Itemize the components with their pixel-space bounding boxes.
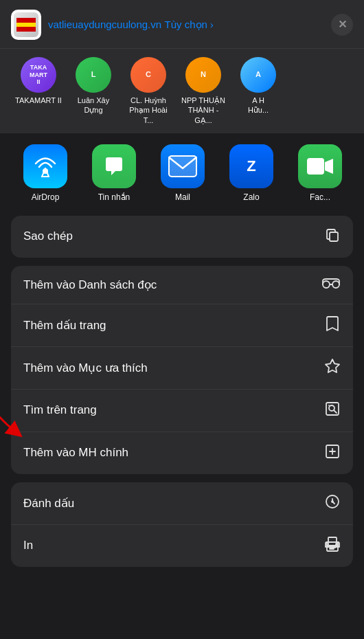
svg-rect-3 xyxy=(16,27,36,32)
contact-name-luan: Luân XâyDựng xyxy=(78,96,109,115)
close-icon: ✕ xyxy=(338,19,347,30)
svg-rect-10 xyxy=(307,158,324,175)
svg-point-29 xyxy=(336,543,337,545)
print-icon xyxy=(324,536,341,556)
share-sheet-header: vatlieuaydungcuulong.vn Tùy chọn › ✕ xyxy=(0,0,364,49)
action-them-dau-trang[interactable]: Thêm dấu trang xyxy=(11,304,353,347)
star-icon xyxy=(324,358,341,378)
app-airdrop[interactable]: AirDrop xyxy=(11,144,80,202)
contact-initials-huynh: C xyxy=(146,70,151,79)
contact-initials-extra: A xyxy=(255,70,261,79)
app-label-airdrop: AirDrop xyxy=(32,192,60,202)
app-label-mail: Mail xyxy=(175,192,190,202)
svg-rect-8 xyxy=(169,156,196,177)
contact-avatar-takamart: TAKAMARTII xyxy=(21,57,56,93)
action-danh-dau[interactable]: Đánh dấu xyxy=(11,482,353,525)
svg-rect-12 xyxy=(330,232,338,241)
contact-initials-takamart: TAKAMARTII xyxy=(30,64,47,86)
svg-point-13 xyxy=(323,281,330,288)
url-text: vatlieuaydungcuulong.vn xyxy=(48,19,161,30)
app-label-messages: Tin nhắn xyxy=(98,192,130,202)
action-group-2: Thêm vào Danh sách đọc Thêm dấu trang Th… xyxy=(11,266,353,474)
tuy-chon-label[interactable]: Tùy chọn › xyxy=(165,19,214,30)
app-icon-mail xyxy=(161,144,205,188)
app-facetime[interactable]: Fac... xyxy=(286,144,354,202)
app-icon-messages xyxy=(92,144,136,188)
contact-avatar-huynh: C xyxy=(130,57,166,93)
them-dau-trang-label: Thêm dấu trang xyxy=(23,318,106,333)
action-in[interactable]: In xyxy=(11,525,353,567)
contact-name-extra: A HHữu... xyxy=(248,96,269,115)
sao-chep-label: Sao chép xyxy=(23,229,73,243)
markup-icon xyxy=(324,493,341,513)
app-icon-airdrop xyxy=(23,144,67,188)
them-danh-sach-doc-label: Thêm vào Danh sách đọc xyxy=(23,278,157,292)
action-sao-chep[interactable]: Sao chép xyxy=(11,216,353,258)
contact-extra[interactable]: A A HHữu... xyxy=(231,57,286,125)
action-group-3: Đánh dấu In xyxy=(11,482,353,567)
action-groups: Sao chép Thêm vào Danh sách đọc xyxy=(0,208,364,575)
zalo-icon-text: Z xyxy=(247,157,255,175)
favicon-image xyxy=(14,12,38,37)
svg-marker-15 xyxy=(326,359,339,372)
action-tim-tren-trang[interactable]: Tìm trên trang xyxy=(11,390,353,432)
svg-point-23 xyxy=(332,501,333,502)
app-label-zalo: Zalo xyxy=(243,192,259,202)
app-mail[interactable]: Mail xyxy=(148,144,217,202)
add-square-icon xyxy=(324,443,341,463)
svg-rect-1 xyxy=(16,23,36,27)
copy-icon xyxy=(324,227,341,247)
contact-name-npp: NPP THUẬNTHÀNH - GẠ... xyxy=(179,96,228,125)
glasses-icon xyxy=(321,277,341,293)
action-them-vao-muc-ua-thich[interactable]: Thêm vào Mục ưa thích xyxy=(11,347,353,390)
contact-initials-luan: L xyxy=(91,70,96,79)
close-button[interactable]: ✕ xyxy=(331,14,353,36)
book-icon xyxy=(324,315,341,335)
app-label-facetime: Fac... xyxy=(310,192,330,202)
contacts-row: TAKAMARTII TAKAMART II L Luân XâyDựng C … xyxy=(0,49,364,133)
svg-rect-24 xyxy=(328,537,337,542)
app-icon-zalo: Z xyxy=(229,144,273,188)
contact-avatar-npp: N xyxy=(185,57,221,93)
app-icon-facetime xyxy=(298,144,342,188)
contact-huynh[interactable]: C CL. HuỳnhPhạm Hoài T... xyxy=(121,57,176,125)
action-group-1: Sao chép xyxy=(11,216,353,258)
contact-initials-npp: N xyxy=(201,70,206,79)
contact-avatar-extra: A xyxy=(240,57,276,93)
contact-npp[interactable]: N NPP THUẬNTHÀNH - GẠ... xyxy=(176,57,231,125)
url-section: vatlieuaydungcuulong.vn Tùy chọn › xyxy=(11,10,331,40)
url-container: vatlieuaydungcuulong.vn Tùy chọn › xyxy=(48,19,214,31)
action-them-vao-mh-chinh[interactable]: Thêm vào MH chính xyxy=(11,432,353,474)
app-messages[interactable]: Tin nhắn xyxy=(80,144,148,202)
app-zalo[interactable]: Z Zalo xyxy=(217,144,286,202)
contact-name-huynh: CL. HuỳnhPhạm Hoài T... xyxy=(124,96,173,125)
contact-name-takamart: TAKAMART II xyxy=(15,96,62,105)
svg-marker-11 xyxy=(325,159,333,174)
contact-takamart[interactable]: TAKAMARTII TAKAMART II xyxy=(11,57,66,125)
them-mh-chinh-label: Thêm vào MH chính xyxy=(23,446,128,460)
contact-avatar-luan: L xyxy=(76,57,111,93)
find-icon xyxy=(324,401,341,421)
apps-section: AirDrop Tin nhắn Mail xyxy=(0,133,364,208)
them-muc-ua-thich-label: Thêm vào Mục ưa thích xyxy=(23,361,148,375)
action-them-vao-danh-sach-doc[interactable]: Thêm vào Danh sách đọc xyxy=(11,266,353,304)
svg-rect-2 xyxy=(16,18,36,23)
apps-row: AirDrop Tin nhắn Mail xyxy=(5,144,359,202)
svg-point-14 xyxy=(332,281,339,288)
danh-dau-label: Đánh dấu xyxy=(23,496,74,511)
favicon xyxy=(11,10,41,40)
tim-tren-trang-label: Tìm trên trang xyxy=(23,403,97,417)
in-label: In xyxy=(23,539,33,552)
contact-luan[interactable]: L Luân XâyDựng xyxy=(66,57,121,125)
